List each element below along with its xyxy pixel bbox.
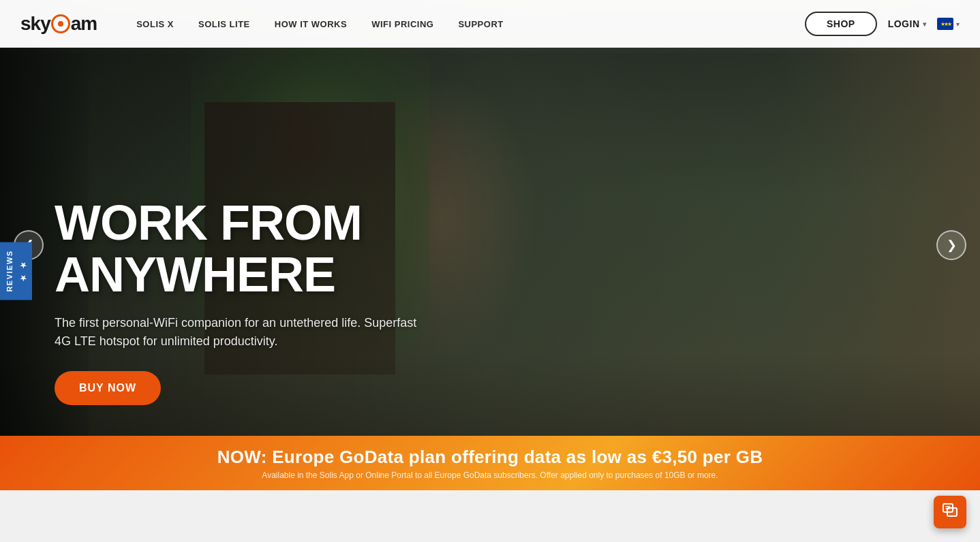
login-chevron-icon: ▾ [923,20,927,28]
nav-solis-x[interactable]: SOLIS X [124,19,186,29]
nav-wifi-pricing[interactable]: WIFI PRICING [359,19,446,29]
shop-button[interactable]: SHOP [805,12,877,36]
hero-title: WORK FROM ANYWHERE [55,197,532,300]
banner-sub-text: Available in the Solis App or Online Por… [262,471,718,480]
svg-rect-1 [947,508,957,516]
reviews-tab[interactable]: REVIEWS ★ ★ [0,242,32,300]
hero-section: WORK FROM ANYWHERE The first personal-Wi… [0,0,980,490]
login-button[interactable]: LOGIN ▾ [888,18,926,29]
eu-flag-icon: ★★★ [937,18,953,30]
nav-support[interactable]: SUPPORT [446,19,515,29]
promo-banner: NOW: Europe GoData plan offering data as… [0,436,980,490]
nav-links: SOLIS X SOLIS LITE HOW IT WORKS WIFI PRI… [124,19,805,29]
carousel-arrow-right[interactable]: ❯ [936,230,966,260]
nav-right: SHOP LOGIN ▾ ★★★ ▾ [805,12,960,36]
buy-now-button[interactable]: BUY NOW [55,371,161,405]
language-selector[interactable]: ★★★ ▾ [937,18,960,30]
logo-icon [51,14,70,33]
navbar: sky am SOLIS X SOLIS LITE HOW IT WORKS W… [0,0,980,48]
logo[interactable]: sky am [20,13,97,35]
logo-roam: am [71,13,97,35]
chat-icon [942,502,958,522]
chat-button[interactable] [934,496,966,528]
hero-content: WORK FROM ANYWHERE The first personal-Wi… [55,197,532,405]
nav-how-it-works[interactable]: HOW IT WORKS [262,19,359,29]
nav-solis-lite[interactable]: SOLIS LITE [186,19,262,29]
reviews-stars: ★ ★ [18,259,27,283]
lang-chevron-icon: ▾ [956,20,960,28]
login-label: LOGIN [888,18,920,29]
logo-sky: sky [20,13,50,35]
hero-subtitle: The first personal-WiFi companion for an… [55,314,436,351]
chevron-right-icon: ❯ [947,238,957,253]
banner-main-text: NOW: Europe GoData plan offering data as… [217,447,763,468]
reviews-label: REVIEWS [5,250,14,291]
